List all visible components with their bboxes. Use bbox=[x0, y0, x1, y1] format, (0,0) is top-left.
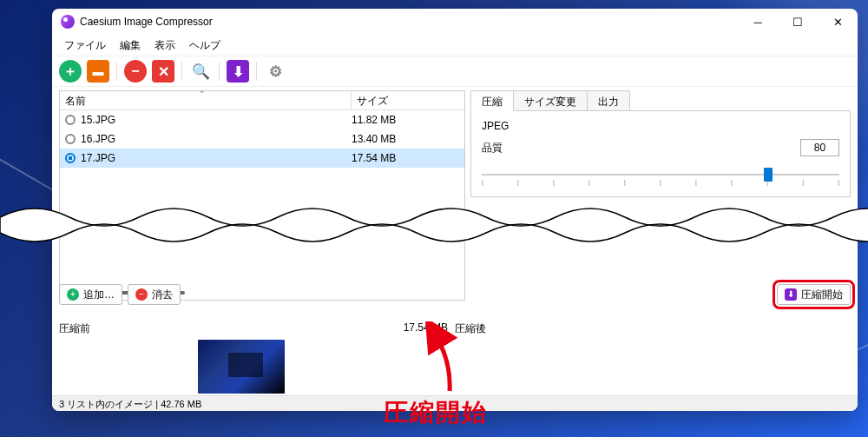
tab-output[interactable]: 出力 bbox=[587, 90, 630, 111]
start-compress-button[interactable]: ⬇圧縮開始 bbox=[777, 284, 851, 305]
row-filename: 16.JPG bbox=[81, 133, 352, 145]
preview-before-image bbox=[198, 340, 285, 394]
open-icon[interactable]: ▬ bbox=[87, 60, 109, 83]
search-icon[interactable]: 🔍 bbox=[189, 60, 212, 83]
menu-edit[interactable]: 編集 bbox=[115, 36, 146, 55]
app-title: Caesium Image Compressor bbox=[80, 16, 213, 28]
column-name[interactable]: 名前⌃ bbox=[60, 91, 352, 109]
section-jpeg-label: JPEG bbox=[482, 120, 839, 132]
table-row[interactable]: 16.JPG13.40 MB bbox=[60, 129, 464, 149]
row-filesize: 17.54 MB bbox=[352, 152, 464, 164]
row-radio-icon bbox=[65, 115, 76, 125]
app-icon bbox=[61, 15, 75, 29]
compress-icon[interactable]: ⬇ bbox=[227, 60, 249, 83]
close-button[interactable]: ✕ bbox=[818, 9, 858, 35]
column-size[interactable]: サイズ bbox=[352, 91, 464, 109]
file-list-panel: 名前⌃ サイズ 15.JPG11.82 MB16.JPG13.40 MB17.J… bbox=[59, 90, 465, 301]
clear-button[interactable]: −消去 bbox=[128, 284, 181, 305]
minus-icon: − bbox=[135, 288, 148, 301]
options-panel: 圧縮 サイズ変更 出力 JPEG 品質 ||||||||||| bbox=[470, 90, 851, 301]
menu-file[interactable]: ファイル bbox=[59, 36, 111, 55]
quality-label: 品質 bbox=[482, 141, 525, 156]
annotation-arrow-icon bbox=[424, 321, 467, 400]
quality-input[interactable] bbox=[800, 139, 839, 156]
separator bbox=[256, 62, 257, 81]
action-row: +追加… −消去 ⬇圧縮開始 bbox=[59, 284, 851, 305]
table-row[interactable]: 15.JPG11.82 MB bbox=[60, 110, 464, 129]
quality-slider[interactable]: ||||||||||| bbox=[482, 165, 839, 188]
separator bbox=[181, 62, 182, 81]
row-radio-icon bbox=[65, 153, 76, 163]
table-row[interactable]: 17.JPG17.54 MB bbox=[60, 149, 464, 168]
menubar: ファイル 編集 表示 ヘルプ bbox=[52, 35, 858, 56]
separator bbox=[219, 62, 220, 81]
maximize-button[interactable]: ☐ bbox=[778, 9, 818, 35]
row-filesize: 13.40 MB bbox=[352, 133, 464, 145]
menu-help[interactable]: ヘルプ bbox=[184, 36, 226, 55]
remove-x-icon[interactable]: ✕ bbox=[152, 60, 174, 83]
tab-content-compress: JPEG 品質 ||||||||||| bbox=[470, 110, 851, 197]
wavy-cut-decoration bbox=[0, 200, 868, 250]
annotation-text: 圧縮開始 bbox=[384, 396, 488, 429]
separator bbox=[116, 62, 117, 81]
tab-resize[interactable]: サイズ変更 bbox=[513, 90, 588, 111]
list-header: 名前⌃ サイズ bbox=[60, 91, 464, 110]
preview-before-size: 17.54 MB bbox=[90, 321, 455, 336]
compress-start-icon: ⬇ bbox=[785, 288, 797, 301]
row-filename: 15.JPG bbox=[81, 114, 352, 126]
sort-indicator-icon: ⌃ bbox=[199, 89, 206, 98]
preview-after-label: 圧縮後 bbox=[455, 321, 851, 336]
row-filesize: 11.82 MB bbox=[352, 114, 464, 126]
menu-view[interactable]: 表示 bbox=[149, 36, 181, 55]
row-filename: 17.JPG bbox=[81, 152, 352, 164]
row-radio-icon bbox=[65, 134, 76, 144]
tabs: 圧縮 サイズ変更 出力 bbox=[470, 90, 851, 111]
minimize-button[interactable]: ─ bbox=[738, 9, 778, 35]
remove-icon[interactable]: − bbox=[124, 60, 147, 83]
titlebar: Caesium Image Compressor ─ ☐ ✕ bbox=[52, 9, 858, 35]
tab-compress[interactable]: 圧縮 bbox=[470, 90, 514, 111]
plus-icon: + bbox=[67, 288, 79, 301]
toolbar: ＋ ▬ − ✕ 🔍 ⬇ ⚙ bbox=[52, 56, 858, 87]
settings-icon[interactable]: ⚙ bbox=[264, 60, 286, 83]
add-button[interactable]: +追加… bbox=[59, 284, 122, 305]
preview-before-label: 圧縮前 bbox=[59, 321, 90, 336]
add-icon[interactable]: ＋ bbox=[59, 60, 82, 83]
